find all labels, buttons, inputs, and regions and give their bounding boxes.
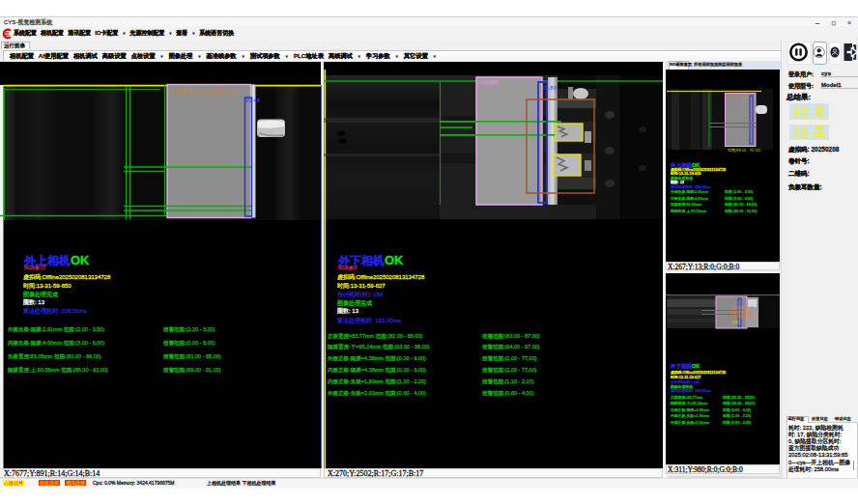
svg-text:23.80: 23.80 <box>542 85 558 91</box>
svg-text:隔膜宽度=95.24: 隔膜宽度=95.24 <box>729 310 754 315</box>
svg-text:正极宽度=83.77: 正极宽度=83.77 <box>729 305 754 310</box>
svg-text:外侧正极=4.38: 外侧正极=4.38 <box>729 314 752 319</box>
svg-text:范围: 范围 <box>731 321 739 324</box>
svg-text:93.48: 93.48 <box>245 98 261 103</box>
svg-text:AI检测框: AI检测框 <box>478 79 500 85</box>
svg-text:范围(88.00 - 92.00): 范围(88.00 - 92.00) <box>728 148 761 153</box>
svg-text:灰度阈值:93, 动态阈值:100: 灰度阈值:93, 动态阈值:100 <box>169 88 236 96</box>
